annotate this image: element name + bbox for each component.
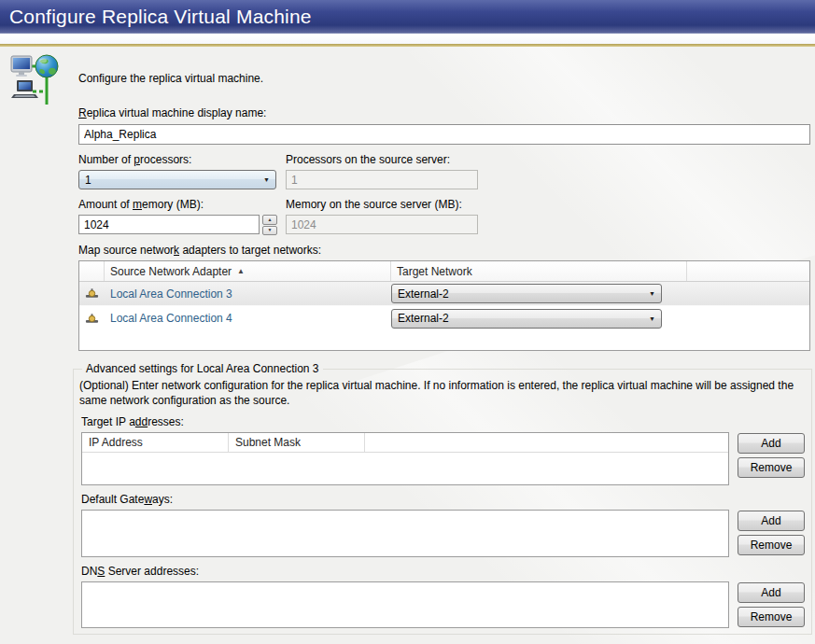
target-ip-add-button[interactable]: Add <box>738 433 805 454</box>
spin-up-button[interactable]: ▲ <box>262 215 277 225</box>
access-key: w <box>144 493 152 506</box>
advanced-settings-legend: Advanced settings for Local Area Connect… <box>82 362 323 375</box>
default-gateways-label: Default Gateways: <box>81 493 806 507</box>
memory-source-label: Memory on the source server (MB): <box>286 198 812 212</box>
target-ip-table[interactable]: IP Address Subnet Mask <box>81 432 729 485</box>
dns-add-button[interactable]: Add <box>738 582 805 603</box>
target-ip-label: Target IP addresses: <box>81 415 806 429</box>
gateways-add-button[interactable]: Add <box>738 511 805 531</box>
processors-select[interactable]: 1 ▼ <box>78 170 276 189</box>
target-network-value: External-2 <box>398 287 449 301</box>
adapter-table-header: Source Network Adapter ▲ Target Network <box>79 261 809 282</box>
adapter-name: Local Area Connection 3 <box>105 287 391 301</box>
map-adapters-label: Map source network adapters to target ne… <box>78 244 812 258</box>
ip-address-column-header[interactable]: IP Address <box>82 433 229 452</box>
memory-input[interactable] <box>78 215 260 234</box>
page-title: Configure Replica Virtual Machine <box>9 6 312 28</box>
processors-source-input <box>286 170 478 189</box>
adapter-mapping-table: Source Network Adapter ▲ Target Network … <box>78 260 810 351</box>
num-processors-label: Number of processors: <box>78 153 286 167</box>
target-ip-remove-button[interactable]: Remove <box>738 457 805 478</box>
spin-down-icon: ▼ <box>268 228 273 232</box>
processors-source-label: Processors on the source server: <box>286 153 812 167</box>
target-network-select[interactable]: External-2 ▼ <box>391 284 662 303</box>
advanced-settings-group: Advanced settings for Local Area Connect… <box>73 362 812 635</box>
adapter-row[interactable]: Local Area Connection 3 External-2 ▼ <box>79 282 809 306</box>
display-name-input[interactable] <box>78 124 810 145</box>
subnet-mask-column-header[interactable]: Subnet Mask <box>229 433 365 452</box>
display-name-label: Replica virtual machine display name: <box>78 106 812 120</box>
target-network-value: External-2 <box>398 312 449 325</box>
spin-up-icon: ▲ <box>268 217 273 222</box>
memory-source-input <box>286 215 478 234</box>
network-adapter-icon <box>79 287 105 300</box>
filler-column-header <box>687 261 809 281</box>
network-computers-icon <box>9 53 62 105</box>
access-key: R <box>78 106 87 119</box>
network-adapter-icon <box>79 313 105 325</box>
processors-select-value: 1 <box>85 174 91 187</box>
default-gateways-list[interactable] <box>81 510 729 557</box>
spin-down-button[interactable]: ▼ <box>262 226 277 236</box>
header-separator-band <box>0 34 815 44</box>
adapter-row[interactable]: Local Area Connection 4 External-2 ▼ <box>79 306 809 330</box>
gateways-remove-button[interactable]: Remove <box>738 535 805 555</box>
filler-column-header <box>365 433 728 452</box>
target-network-column-header[interactable]: Target Network <box>391 261 687 281</box>
icon-column-header <box>79 261 105 281</box>
access-key: m <box>133 198 142 211</box>
target-network-select[interactable]: External-2 ▼ <box>391 309 662 329</box>
page-content: Configure the replica virtual machine. R… <box>0 47 815 644</box>
wizard-title-bar: Configure Replica Virtual Machine <box>0 0 815 34</box>
intro-text: Configure the replica virtual machine. <box>78 72 812 86</box>
sort-ascending-icon: ▲ <box>237 267 245 275</box>
memory-spinner[interactable]: ▲ ▼ <box>262 215 277 235</box>
memory-label: Amount of memory (MB): <box>78 198 286 212</box>
dns-server-list[interactable] <box>81 581 729 628</box>
chevron-down-icon: ▼ <box>649 290 655 297</box>
dns-remove-button[interactable]: Remove <box>738 607 805 627</box>
chevron-down-icon: ▼ <box>649 315 655 322</box>
target-ip-table-header: IP Address Subnet Mask <box>82 433 728 453</box>
source-network-adapter-column-header[interactable]: Source Network Adapter ▲ <box>105 261 391 281</box>
access-key: dd <box>135 415 148 428</box>
dns-servers-label: DNS Server addresses: <box>81 565 806 579</box>
adapter-name: Local Area Connection 4 <box>105 312 391 325</box>
advanced-settings-description: (Optional) Enter network configuration f… <box>79 378 804 408</box>
chevron-down-icon: ▼ <box>263 176 270 183</box>
